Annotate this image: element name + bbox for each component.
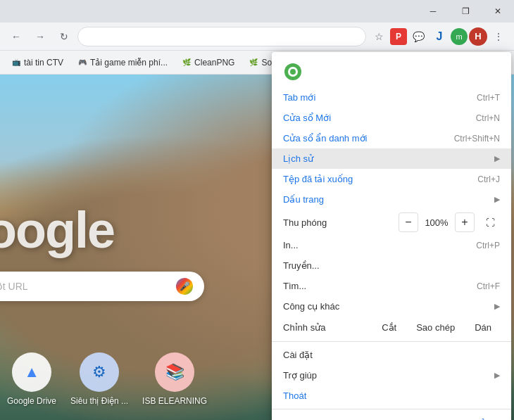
menu-item-find-shortcut: Ctrl+F [477, 281, 500, 291]
menu-item-new-window-label: Cửa sổ Mới [283, 113, 470, 123]
bookmark-ctv-label: tài tin CTV [24, 58, 63, 68]
menu-item-history-arrow: ▶ [494, 154, 500, 163]
paste-button[interactable]: Dán [466, 319, 500, 336]
bookmark-cleanpng[interactable]: 🌿 CleanPNG [176, 56, 240, 69]
bookmark-ctv-icon: 📺 [11, 58, 21, 68]
menu-item-help[interactable]: Trợ giúp ▶ [272, 365, 511, 386]
svg-point-2 [290, 69, 296, 75]
profile-avatar[interactable]: H [469, 27, 487, 46]
zoom-expand-button[interactable]: ⛶ [480, 212, 500, 232]
menu-item-print[interactable]: In... Ctrl+P [272, 235, 511, 255]
menu-footer[interactable]: ⊞ Do quản lý [272, 412, 511, 420]
shortcut-google-drive-label: Google Drive [7, 396, 56, 406]
menu-item-bookmarks[interactable]: Dấu trang ▶ [272, 189, 511, 210]
menu-item-find[interactable]: Tìm... Ctrl+F [272, 276, 511, 296]
copy-button[interactable]: Sao chép [408, 319, 463, 336]
toolbar-right: ☆ P 💬 J m H ⋮ [369, 27, 508, 46]
menu-item-bookmarks-arrow: ▶ [494, 195, 500, 204]
bookmark-game-label: Tải game miễn phí... [90, 58, 168, 68]
ext-pocket-icon[interactable]: P [390, 28, 407, 45]
menu-item-exit[interactable]: Thoát [272, 386, 511, 406]
footer-manage-label[interactable]: quản lý [470, 418, 500, 421]
zoom-plus-button[interactable]: + [455, 212, 475, 232]
menu-item-settings-label: Cài đặt [283, 350, 500, 360]
title-bar-controls: ─ ❐ ✕ [417, 0, 514, 23]
search-placeholder-text: c nhập một URL [0, 281, 28, 292]
edit-row: Chỉnh sửa Cắt Sao chép Dán [272, 317, 511, 338]
menu-item-downloads-shortcut: Ctrl+J [477, 174, 500, 184]
edit-label: Chỉnh sửa [283, 322, 370, 333]
menu-item-cast-label: Truyền... [283, 260, 500, 271]
menu-item-new-window-shortcut: Ctrl+N [476, 113, 500, 123]
context-menu: Tab mới Ctrl+T Cửa sổ Mới Ctrl+N Cửa sổ … [272, 52, 511, 420]
menu-item-new-window[interactable]: Cửa sổ Mới Ctrl+N [272, 108, 511, 128]
restore-button[interactable]: ❐ [449, 0, 482, 23]
shortcut-google-drive[interactable]: ▲ Google Drive [7, 352, 56, 406]
zoom-control: Thu phóng − 100% + ⛶ [272, 210, 511, 235]
menu-divider-1 [272, 341, 511, 342]
forward-button[interactable]: → [30, 26, 51, 47]
reload-button[interactable]: ↻ [54, 26, 75, 47]
ext-m-icon[interactable]: m [451, 28, 468, 45]
menu-logo-icon [283, 62, 303, 82]
ext-chat-icon[interactable]: 💬 [408, 27, 428, 46]
shortcut-sieu-thi[interactable]: ⚙ Siêu thị Điện ... [70, 352, 128, 406]
menu-item-settings[interactable]: Cài đặt [272, 345, 511, 365]
menu-item-find-label: Tìm... [283, 281, 471, 291]
menu-item-help-label: Trợ giúp [283, 370, 491, 381]
menu-item-incognito-label: Cửa sổ ẩn danh mới [283, 133, 449, 144]
shortcut-sieu-thi-icon: ⚙ [80, 352, 119, 392]
menu-item-downloads[interactable]: Tệp đã tải xuống Ctrl+J [272, 169, 511, 189]
menu-item-incognito-shortcut: Ctrl+Shift+N [454, 134, 500, 144]
menu-item-cast[interactable]: Truyền... [272, 255, 511, 276]
zoom-minus-button[interactable]: − [399, 212, 418, 232]
menu-item-more-tools-label: Công cụ khác [283, 301, 491, 312]
shortcut-isb[interactable]: 📚 ISB ELEARNING [142, 352, 207, 406]
menu-item-help-arrow: ▶ [494, 371, 500, 380]
menu-button[interactable]: ⋮ [489, 27, 508, 46]
bookmark-cleanpng-icon: 🌿 [182, 58, 192, 68]
menu-item-new-tab[interactable]: Tab mới Ctrl+T [272, 87, 511, 108]
menu-divider-2 [272, 409, 511, 409]
back-button[interactable]: ← [6, 26, 27, 47]
mic-icon[interactable]: 🎤 [176, 278, 193, 295]
menu-item-more-tools[interactable]: Công cụ khác ▶ [272, 296, 511, 317]
menu-header [272, 56, 511, 87]
star-icon[interactable]: ☆ [369, 27, 389, 46]
shortcut-sieu-thi-label: Siêu thị Điện ... [70, 396, 128, 406]
bookmark-ctv[interactable]: 📺 tài tin CTV [6, 56, 69, 69]
zoom-value: 100% [424, 217, 449, 228]
address-bar[interactable] [77, 27, 366, 46]
google-logo-text: oogle [0, 201, 114, 259]
bookmark-cleanpng-label: CleanPNG [194, 58, 234, 68]
minimize-button[interactable]: ─ [417, 0, 449, 23]
menu-item-new-tab-label: Tab mới [283, 92, 471, 103]
shortcut-google-drive-icon: ▲ [12, 352, 51, 392]
menu-item-exit-label: Thoát [283, 390, 500, 401]
bookmark-game-icon: 🎮 [77, 58, 87, 68]
title-bar: ─ ❐ ✕ [0, 0, 514, 23]
shortcut-isb-label: ISB ELEARNING [142, 396, 207, 406]
close-button[interactable]: ✕ [482, 0, 514, 23]
nav-bar: ← → ↻ ☆ P 💬 J m H ⋮ [0, 23, 514, 51]
footer-do-label: Do [299, 418, 470, 421]
grid-icon: ⊞ [283, 417, 292, 420]
shortcuts-row: ▲ Google Drive ⚙ Siêu thị Điện ... 📚 ISB… [7, 352, 207, 406]
menu-item-history[interactable]: Lịch sử ▶ [272, 148, 511, 169]
menu-item-print-shortcut: Ctrl+P [476, 241, 500, 250]
search-bar[interactable]: c nhập một URL 🎤 [0, 272, 204, 301]
cut-button[interactable]: Cắt [373, 319, 405, 336]
zoom-label: Thu phóng [283, 217, 393, 228]
shortcut-isb-icon: 📚 [155, 352, 194, 392]
menu-item-history-label: Lịch sử [283, 153, 491, 164]
menu-item-print-label: In... [283, 240, 470, 250]
menu-item-incognito[interactable]: Cửa sổ ẩn danh mới Ctrl+Shift+N [272, 128, 511, 148]
bookmark-source-icon: 🌿 [249, 58, 258, 68]
menu-item-more-tools-arrow: ▶ [494, 302, 500, 311]
menu-item-downloads-label: Tệp đã tải xuống [283, 174, 472, 184]
ext-bookmark-icon[interactable]: J [430, 27, 449, 46]
menu-item-bookmarks-label: Dấu trang [283, 194, 491, 205]
bookmark-game[interactable]: 🎮 Tải game miễn phí... [72, 56, 173, 69]
menu-item-new-tab-shortcut: Ctrl+T [477, 93, 500, 103]
browser-window: ─ ❐ ✕ ← → ↻ ☆ P 💬 J m H ⋮ 📺 tài tin CTV … [0, 0, 514, 420]
